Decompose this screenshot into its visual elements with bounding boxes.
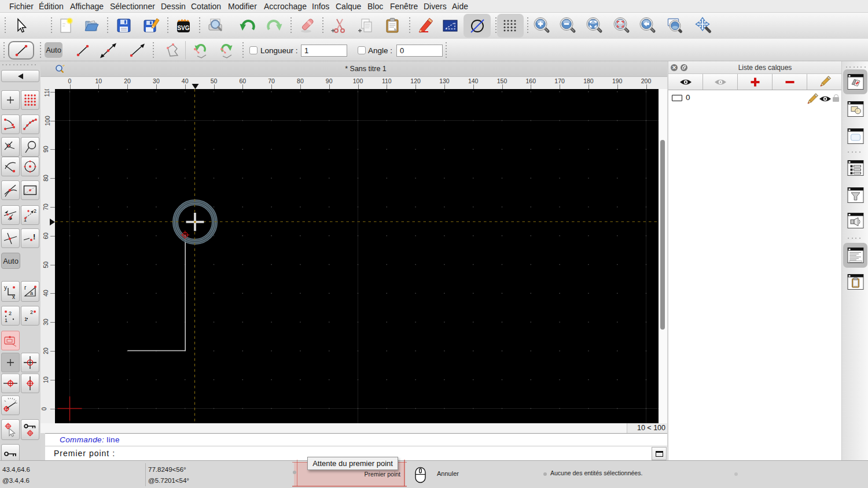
svg-text:!: !	[33, 232, 35, 241]
svg-text:a: a	[30, 290, 33, 296]
svg-text:2: 2	[30, 309, 33, 315]
svg-text:SVG: SVG	[177, 25, 189, 31]
svg-text:x: x	[12, 294, 15, 299]
svg-text:1: 1	[24, 316, 27, 322]
svg-text:2: 2	[9, 310, 12, 316]
svg-text:1: 1	[5, 317, 8, 323]
svg-text:y: y	[4, 284, 7, 291]
svg-text:r: r	[24, 284, 27, 291]
svg-text:2: 2	[34, 208, 36, 214]
